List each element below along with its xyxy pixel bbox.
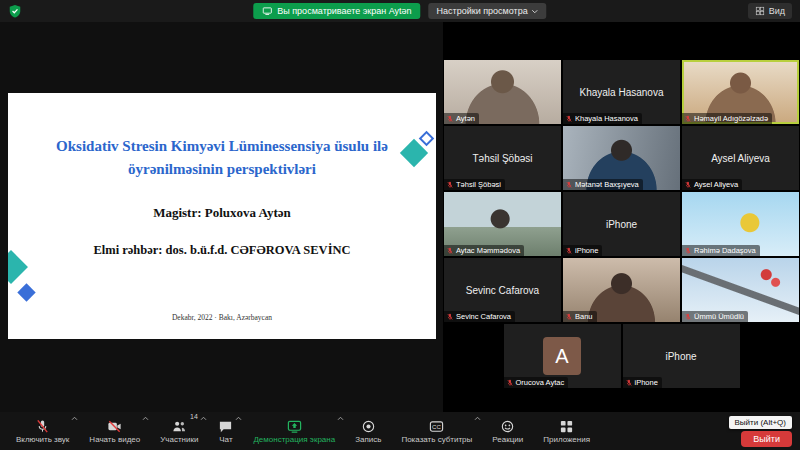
zoom-window: Вы просматриваете экран Aytən Настройки … xyxy=(0,0,800,450)
chevron-up-icon[interactable] xyxy=(142,416,149,421)
toolbar-item-share-screen[interactable]: Демонстрация экрана xyxy=(243,412,345,450)
toolbar-item-start-video[interactable]: Начать видео xyxy=(79,412,150,450)
toolbar-item-label: Запись xyxy=(355,435,381,444)
toolbar-item-mute[interactable]: Включить звук xyxy=(6,412,79,450)
leave-button[interactable]: Выйти xyxy=(741,431,792,447)
muted-mic-icon xyxy=(446,247,454,255)
view-grid-icon xyxy=(755,6,765,16)
muted-mic-icon xyxy=(446,115,454,123)
leave-area: Выйти (Alt+Q) Выйти xyxy=(729,412,794,450)
captions-icon: CC xyxy=(429,419,444,434)
participant-name-text: Mətanət Baxşıyeva xyxy=(575,180,639,189)
participant-tile-iphone[interactable]: iPhoneiPhone xyxy=(623,324,740,388)
toolbar-item-label: Чат xyxy=(219,435,232,444)
participant-name-label: Mətanət Baxşıyeva xyxy=(563,179,643,190)
chevron-up-icon[interactable] xyxy=(235,416,242,421)
toolbar-item-reactions[interactable]: Реакции xyxy=(482,412,533,450)
toolbar-item-chat[interactable]: Чат xyxy=(208,412,243,450)
view-button[interactable]: Вид xyxy=(748,3,792,19)
muted-mic-icon xyxy=(565,115,573,123)
participant-tile-m-tan-t-bax-yeva[interactable]: Mətanət Baxşıyeva xyxy=(563,126,680,190)
mic-muted-icon xyxy=(35,419,50,434)
decor-diamond-blue-left xyxy=(17,283,35,301)
chevron-down-icon xyxy=(532,9,539,14)
participant-name-text: Həmayil Adıgözəlzadə xyxy=(694,114,768,123)
participant-name-label: iPhone xyxy=(563,245,602,256)
participant-name-text: Aysel Aliyeva xyxy=(694,180,738,189)
participant-name-text: Aytac Məmmədova xyxy=(456,246,520,255)
participant-tile-r-him-dada-ova[interactable]: Rəhimə Dadaşova xyxy=(682,192,799,256)
muted-mic-icon xyxy=(684,115,692,123)
participant-tile-ayt-n[interactable]: Aytən xyxy=(444,60,561,124)
leave-tooltip: Выйти (Alt+Q) xyxy=(729,416,792,429)
view-settings-button[interactable]: Настройки просмотра xyxy=(429,3,547,19)
participant-name-label: Orucova Aytac xyxy=(504,377,569,388)
participant-tile-orucova-aytac[interactable]: AOrucova Aytac xyxy=(504,324,621,388)
decor-diamond-blue-right xyxy=(419,131,435,147)
toolbar-item-label: Участники xyxy=(160,435,198,444)
screen-share-monitor-icon xyxy=(262,6,272,16)
top-bar: Вы просматриваете экран Aytən Настройки … xyxy=(0,0,800,22)
participant-tile-aysel-aliyeva[interactable]: Aysel AliyevaAysel Aliyeva xyxy=(682,126,799,190)
toolbar-item-label: Показать субтитры xyxy=(401,435,472,444)
apps-icon xyxy=(559,419,574,434)
chevron-up-icon[interactable] xyxy=(474,416,481,421)
participant-tile-mm-m-dl[interactable]: Ümmü Ümüdlü xyxy=(682,258,799,322)
muted-mic-icon xyxy=(565,181,573,189)
participant-name-text: Aytən xyxy=(456,114,475,123)
toolbar-item-apps[interactable]: Приложения xyxy=(533,412,600,450)
participant-name-label: Aytən xyxy=(444,113,479,124)
participant-name-text: Sevinc Cafarova xyxy=(456,312,511,321)
chevron-up-icon[interactable] xyxy=(200,416,207,421)
viewing-screen-banner: Вы просматриваете экран Aytən xyxy=(253,3,420,19)
participant-name-text: Orucova Aytac xyxy=(516,378,565,387)
slide-title: Oksidativ Stresin Kimyəvi Lüminessensiya… xyxy=(36,135,408,180)
participant-tile-banu[interactable]: Banu xyxy=(563,258,680,322)
participant-name-text: Banu xyxy=(575,312,593,321)
chat-icon xyxy=(218,419,233,434)
muted-mic-icon xyxy=(684,247,692,255)
svg-text:CC: CC xyxy=(432,423,441,430)
participants-icon: 14 xyxy=(172,419,187,434)
participant-name-label: Təhsil Şöbəsi xyxy=(444,179,505,190)
muted-mic-icon xyxy=(565,313,573,321)
slide-advisor: Elmi rəhbər: dos. b.ü.f.d. CƏFƏROVA SEVİ… xyxy=(8,243,436,258)
toolbar-item-captions[interactable]: CCПоказать субтитры xyxy=(391,412,482,450)
participant-tile-khayala-hasanova[interactable]: Khayala HasanovaKhayala Hasanova xyxy=(563,60,680,124)
slide-presenter: Magistr: Poluxova Aytən xyxy=(8,205,436,221)
chevron-up-icon[interactable] xyxy=(71,416,78,421)
participant-tile-t-hsil-b-si[interactable]: Təhsil ŞöbəsiTəhsil Şöbəsi xyxy=(444,126,561,190)
toolbar-items: Включить звукНачать видео14УчастникиЧатД… xyxy=(6,412,600,450)
participant-avatar: A xyxy=(543,337,581,375)
participant-tile-iphone[interactable]: iPhoneiPhone xyxy=(563,192,680,256)
participant-name-label: iPhone xyxy=(623,377,662,388)
meeting-main: Oksidativ Stresin Kimyəvi Lüminessensiya… xyxy=(0,22,800,412)
participant-name-label: Rəhimə Dadaşova xyxy=(682,245,760,256)
slide-footer: Dekabr, 2022 · Bakı, Azərbaycan xyxy=(8,313,436,322)
participant-name-label: Khayala Hasanova xyxy=(563,113,642,124)
reactions-icon xyxy=(500,419,515,434)
security-shield-icon[interactable] xyxy=(8,4,22,18)
participant-name-text: Ümmü Ümüdlü xyxy=(694,312,744,321)
toolbar-item-label: Начать видео xyxy=(89,435,140,444)
participant-name-label: Həmayil Adıgözəlzadə xyxy=(682,113,772,124)
participant-name-label: Banu xyxy=(563,311,597,322)
viewing-banner-text: Вы просматриваете экран Aytən xyxy=(277,6,411,16)
participant-tile-sevinc-cafarova[interactable]: Sevinc CafarovaSevinc Cafarova xyxy=(444,258,561,322)
toolbar-item-participants[interactable]: 14Участники xyxy=(150,412,208,450)
participant-tile-aytac-m-mm-dova[interactable]: Aytac Məmmədova xyxy=(444,192,561,256)
participant-name-text: iPhone xyxy=(635,378,658,387)
toolbar-item-record[interactable]: Запись xyxy=(345,412,391,450)
chevron-up-icon[interactable] xyxy=(337,416,344,421)
muted-mic-icon xyxy=(565,247,573,255)
participant-name-text: Təhsil Şöbəsi xyxy=(456,180,501,189)
camera-muted-icon xyxy=(107,419,122,434)
share-screen-icon xyxy=(287,419,302,434)
participant-tile-h-mayil-ad-g-z-lzad[interactable]: Həmayil Adıgözəlzadə xyxy=(682,60,799,124)
participant-name-text: Rəhimə Dadaşova xyxy=(694,246,756,255)
view-settings-label: Настройки просмотра xyxy=(437,6,528,16)
participant-name-label: Aysel Aliyeva xyxy=(682,179,742,190)
muted-mic-icon xyxy=(446,313,454,321)
participant-name-label: Ümmü Ümüdlü xyxy=(682,311,748,322)
shared-screen-area: Oksidativ Stresin Kimyəvi Lüminessensiya… xyxy=(0,22,443,412)
